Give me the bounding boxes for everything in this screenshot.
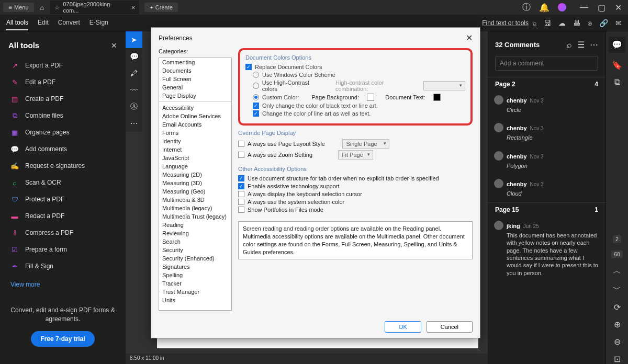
checkbox[interactable]: ✓	[253, 103, 259, 109]
checkbox[interactable]	[238, 207, 244, 213]
category-item[interactable]: Multimedia (legacy)	[159, 204, 231, 212]
category-item[interactable]: Units	[159, 296, 231, 304]
doc-text-swatch[interactable]	[433, 94, 441, 101]
checkbox[interactable]: ✓	[253, 110, 259, 117]
category-item[interactable]: Tracker	[159, 279, 231, 288]
category-item[interactable]: Measuring (3D)	[159, 179, 231, 187]
zoom-dropdown[interactable]: Fit Page	[338, 150, 373, 160]
cancel-button[interactable]: Cancel	[427, 321, 473, 333]
checkbox[interactable]: ✓	[238, 175, 244, 181]
close-icon[interactable]: ✕	[466, 33, 473, 43]
page-bg-swatch[interactable]	[367, 94, 374, 101]
category-item[interactable]: Security	[159, 246, 231, 254]
radio[interactable]	[253, 94, 259, 100]
highcontrast-dropdown[interactable]	[423, 81, 465, 90]
highlighted-section: Document Colors Options ✓Replace Documen…	[238, 48, 473, 126]
section-title: Document Colors Options	[245, 54, 465, 61]
radio[interactable]	[253, 83, 259, 89]
category-item[interactable]: Signatures	[159, 263, 231, 271]
category-item[interactable]: Adobe Online Services	[159, 112, 231, 120]
category-item[interactable]: Trust Manager	[159, 288, 231, 296]
info-box: Screen reading and reading order options…	[238, 221, 473, 259]
preferences-dialog: Preferences ✕ Categories: CommentingDocu…	[151, 27, 480, 338]
category-item[interactable]: Multimedia & 3D	[159, 196, 231, 204]
layout-dropdown[interactable]: Single Page	[342, 139, 389, 149]
checkbox[interactable]: ✓	[238, 183, 244, 189]
category-item[interactable]: Page Display	[159, 92, 231, 100]
category-item[interactable]: Reviewing	[159, 229, 231, 237]
category-item[interactable]: Language	[159, 162, 231, 170]
category-item[interactable]: Measuring (Geo)	[159, 187, 231, 196]
categories-label: Categories:	[159, 48, 232, 54]
dialog-overlay: Preferences ✕ Categories: CommentingDocu…	[0, 0, 628, 364]
dialog-title: Preferences	[159, 35, 193, 42]
checkbox[interactable]	[238, 191, 244, 197]
category-item[interactable]: Multimedia Trust (legacy)	[159, 212, 231, 221]
category-item[interactable]: Forms	[159, 129, 231, 137]
category-item[interactable]: Documents	[159, 66, 231, 75]
checkbox[interactable]	[238, 141, 244, 147]
section-title: Override Page Display	[238, 130, 473, 136]
checkbox[interactable]: ✓	[245, 64, 252, 70]
categories-list[interactable]: CommentingDocumentsFull ScreenGeneralPag…	[159, 58, 232, 311]
category-item[interactable]: Identity	[159, 137, 231, 145]
checkbox[interactable]	[238, 199, 244, 205]
radio[interactable]	[253, 72, 259, 78]
section-title: Other Accessibility Options	[238, 166, 473, 172]
category-item[interactable]: Spelling	[159, 271, 231, 279]
category-item[interactable]: Full Screen	[159, 75, 231, 83]
category-item[interactable]: Internet	[159, 145, 231, 154]
category-item[interactable]: Security (Enhanced)	[159, 254, 231, 263]
ok-button[interactable]: OK	[385, 321, 421, 333]
category-item[interactable]: Commenting	[159, 58, 231, 66]
category-item[interactable]: Measuring (2D)	[159, 170, 231, 179]
category-item[interactable]: Accessibility	[159, 104, 231, 112]
category-item[interactable]: Search	[159, 237, 231, 246]
category-item[interactable]: JavaScript	[159, 154, 231, 162]
category-item[interactable]: Email Accounts	[159, 120, 231, 129]
checkbox[interactable]	[238, 152, 244, 158]
category-item[interactable]: Reading	[159, 221, 231, 229]
category-item[interactable]: General	[159, 83, 231, 92]
